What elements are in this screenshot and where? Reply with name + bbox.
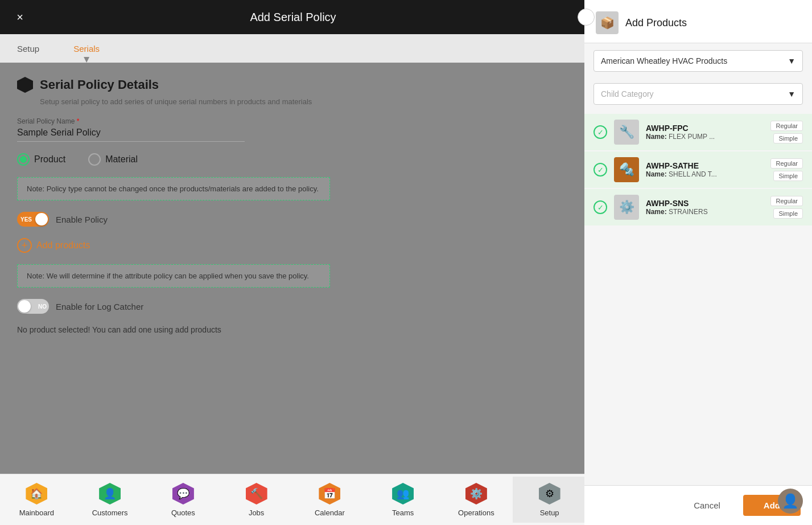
child-category-dropdown[interactable]: Child Category ▼ (593, 83, 803, 105)
nav-label-customers: Customers (92, 508, 128, 517)
nav-item-operations[interactable]: ⚙️ Operations (440, 477, 513, 523)
no-product-message: No product selected! You can add one usi… (17, 325, 569, 334)
product-img-1: 🔩 (614, 157, 639, 182)
nav-label-calendar: Calendar (315, 508, 345, 517)
radio-material-label: Material (105, 154, 138, 165)
enable-policy-toggle[interactable]: YES (17, 212, 49, 227)
nav-label-mainboard: Mainboard (19, 508, 54, 517)
nav-item-customers[interactable]: 👤 Customers (73, 477, 147, 523)
product-img-0: 🔧 (614, 120, 639, 145)
product-img-2: ⚙️ (614, 195, 639, 220)
category-dropdown[interactable]: American Wheatley HVAC Products ▼ (593, 50, 803, 72)
rp-footer: Cancel Add (584, 485, 812, 525)
toggle-knob-off (18, 300, 31, 313)
category-dropdown-value: American Wheatley HVAC Products (601, 56, 727, 65)
policy-type-radio-group: Product Material (17, 153, 569, 166)
product-check-2 (593, 200, 607, 214)
bottom-nav: 🏠 Mainboard 👤 Customers 💬 Quotes 🔨 (0, 474, 586, 525)
product-code-0: AWHP-FPC (646, 124, 764, 133)
product-name-1: Name: SHELL AND T... (646, 170, 764, 178)
badge-regular-2: Regular (770, 196, 803, 206)
note-attribute-policy: Note: We will determine if the attribute… (17, 264, 330, 288)
note-policy-type: Note: Policy type cannot be changed once… (17, 177, 330, 200)
dialog-tabs: Setup Serials (0, 34, 586, 63)
rp-title: Add Products (625, 17, 687, 29)
product-code-2: AWHP-SNS (646, 199, 764, 208)
nav-label-teams: Teams (392, 508, 414, 517)
section-title: Serial Policy Details (40, 77, 159, 92)
radio-material-circle (88, 153, 101, 166)
nav-item-jobs[interactable]: 🔨 Jobs (220, 477, 293, 523)
tab-setup[interactable]: Setup (0, 34, 56, 63)
product-item-0[interactable]: 🔧 AWHP-FPC Name: FLEX PUMP ... Regular S… (584, 114, 812, 150)
tab-serials[interactable]: Serials (56, 34, 117, 63)
jobs-icon: 🔨 (245, 482, 268, 505)
product-name-2: Name: STRAINERS (646, 208, 764, 216)
nav-label-quotes: Quotes (171, 508, 195, 517)
product-item-2[interactable]: ⚙️ AWHP-SNS Name: STRAINERS Regular Simp… (584, 189, 812, 225)
quotes-icon: 💬 (172, 482, 195, 505)
setup-icon: ⚙ (538, 482, 561, 505)
badge-simple-1: Simple (773, 171, 803, 181)
dialog-header: × Add Serial Policy › (0, 0, 586, 34)
nav-item-quotes[interactable]: 💬 Quotes (147, 477, 220, 523)
add-products-button[interactable]: + Add products (17, 238, 569, 253)
teams-icon: 👥 (391, 482, 414, 505)
product-badges-1: Regular Simple (770, 158, 803, 181)
log-catcher-toggle[interactable]: NO (17, 299, 49, 314)
main-dialog: × Add Serial Policy › Setup Serials Seri… (0, 0, 586, 525)
rp-header-icon: 📦 (596, 11, 619, 34)
serial-policy-name-value[interactable]: Sample Serial Policy (17, 128, 245, 142)
product-check-1 (593, 163, 607, 177)
section-subtitle: Setup serial policy to add series of uni… (40, 97, 569, 106)
cancel-button[interactable]: Cancel (678, 495, 736, 516)
child-category-chevron: ▼ (788, 89, 795, 99)
product-info-0: AWHP-FPC Name: FLEX PUMP ... (646, 124, 764, 141)
badge-simple-0: Simple (773, 133, 803, 143)
product-name-0: Name: FLEX PUMP ... (646, 133, 764, 141)
nav-label-operations: Operations (458, 508, 494, 517)
expand-button[interactable]: › (578, 9, 595, 26)
add-products-label: Add products (36, 240, 90, 251)
product-info-2: AWHP-SNS Name: STRAINERS (646, 199, 764, 216)
category-dropdown-chevron: ▼ (788, 56, 795, 65)
nav-item-mainboard[interactable]: 🏠 Mainboard (0, 477, 73, 523)
product-check-0 (593, 125, 607, 139)
nav-item-setup[interactable]: ⚙ Setup (513, 477, 586, 523)
rp-header: 📦 Add Products (584, 0, 812, 43)
customers-icon: 👤 (98, 482, 121, 505)
operations-icon: ⚙️ (465, 482, 488, 505)
section-header: Serial Policy Details (17, 77, 569, 93)
product-badges-0: Regular Simple (770, 121, 803, 143)
calendar-icon: 📅 (318, 482, 341, 505)
enable-policy-row: YES Enable Policy (17, 212, 569, 227)
product-info-1: AWHP-SATHE Name: SHELL AND T... (646, 161, 764, 178)
add-products-icon: + (17, 238, 32, 253)
user-avatar[interactable]: 👤 (778, 489, 803, 514)
radio-material[interactable]: Material (88, 153, 138, 166)
enable-policy-label: Enable Policy (56, 215, 108, 224)
mainboard-icon: 🏠 (25, 482, 48, 505)
log-catcher-label: Enable for Log Catcher (56, 302, 143, 311)
nav-item-calendar[interactable]: 📅 Calendar (293, 477, 366, 523)
nav-item-teams[interactable]: 👥 Teams (366, 477, 440, 523)
radio-product[interactable]: Product (17, 153, 65, 166)
badge-regular-1: Regular (770, 158, 803, 169)
badge-regular-0: Regular (770, 121, 803, 131)
badge-simple-2: Simple (773, 208, 803, 219)
product-badges-2: Regular Simple (770, 196, 803, 219)
radio-product-circle (17, 153, 30, 166)
product-item-1[interactable]: 🔩 AWHP-SATHE Name: SHELL AND T... Regula… (584, 151, 812, 188)
nav-items: 🏠 Mainboard 👤 Customers 💬 Quotes 🔨 (0, 477, 586, 523)
field-label-serial-policy-name: Serial Policy Name * (17, 117, 569, 125)
product-list: 🔧 AWHP-FPC Name: FLEX PUMP ... Regular S… (584, 109, 812, 485)
nav-label-jobs: Jobs (249, 508, 264, 517)
product-code-1: AWHP-SATHE (646, 161, 764, 170)
close-button[interactable]: × (11, 9, 28, 26)
dialog-content: Serial Policy Details Setup serial polic… (0, 63, 586, 525)
radio-product-label: Product (34, 154, 65, 165)
right-panel: 📦 Add Products American Wheatley HVAC Pr… (584, 0, 812, 525)
dialog-title: Add Serial Policy (250, 11, 336, 24)
child-category-placeholder: Child Category (601, 89, 654, 99)
log-catcher-row: NO Enable for Log Catcher (17, 299, 569, 314)
